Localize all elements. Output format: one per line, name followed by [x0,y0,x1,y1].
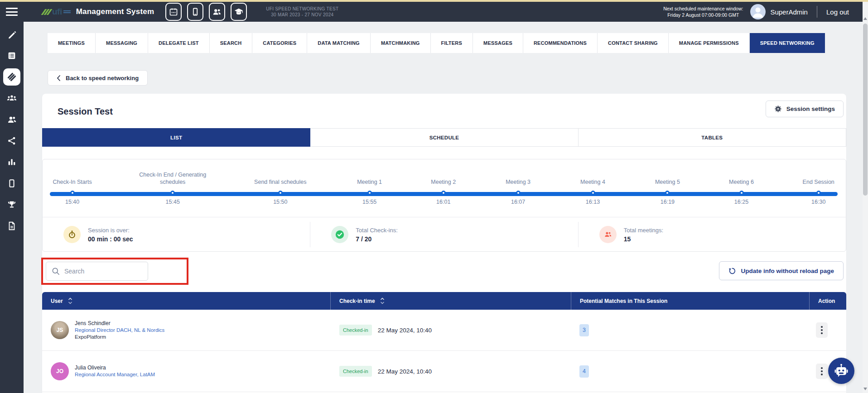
page-scrollbar[interactable] [863,2,868,393]
user-name: Julia Oliveira [75,364,155,371]
tab-delegate-list[interactable]: DELEGATE LIST [148,33,210,53]
row-actions-menu-icon[interactable] [816,322,828,338]
scroll-down-icon[interactable] [863,388,867,390]
logout-button[interactable]: Log out [826,8,849,16]
sidebar-item-delegates[interactable] [3,111,20,128]
username[interactable]: SuperAdmin [770,8,808,16]
sidebar [0,22,24,393]
education-icon[interactable] [231,3,247,21]
maintenance-notice: Next scheduled maintenance window: Frida… [663,5,743,18]
row-actions-menu-icon[interactable] [816,364,828,379]
avatar[interactable]: JO [51,362,69,380]
tab-recommendations[interactable]: RECOMMENDATIONS [523,33,598,53]
session-card: Session Test Session settings LIST SCHED… [42,94,846,393]
sidebar-item-forms[interactable] [3,47,20,64]
milestone-dot [441,191,446,195]
sidebar-item-compose[interactable] [3,26,20,43]
session-stats: Session is over: 00 min : 00 sec Total C… [43,217,846,252]
session-timeline-panel: Check-In Starts15:40 Check-In End / Gene… [42,159,846,252]
milestone-dot [739,191,744,195]
avatar[interactable]: JS [51,321,69,339]
milestone-dot [816,191,821,195]
user-role-link[interactable]: Regional Director DACH, NL & Nordics [75,327,164,334]
sidebar-item-documents[interactable] [3,217,20,235]
milestone-dot [278,191,283,195]
tab-messaging[interactable]: MESSAGING [96,33,148,53]
sidebar-item-analytics[interactable] [3,153,20,171]
column-checkin-time[interactable]: Check-in time [331,292,571,310]
sort-icon[interactable] [68,297,72,305]
checkin-time: 22 May 2024, 10:40 [378,327,432,334]
top-accent-strip [0,0,868,2]
stat-session-timer: Session is over: 00 min : 00 sec [43,222,310,247]
tab-categories[interactable]: CATEGORIES [252,33,307,53]
milestone-meeting-1: Meeting 115:55 [329,166,410,205]
tab-filters[interactable]: FILTERS [431,33,473,53]
hamburger-menu-icon[interactable] [6,8,18,16]
user-name: Jens Schindler [75,320,164,327]
search-input[interactable] [46,262,148,281]
mobile-app-icon[interactable] [187,3,203,21]
tab-messages[interactable]: MESSAGES [473,33,523,53]
logo-text: ufi [52,7,62,17]
attendees-icon[interactable] [209,3,225,21]
session-settings-button[interactable]: Session settings [766,101,844,117]
sidebar-item-share[interactable] [3,132,20,149]
tab-matchmaking[interactable]: MATCHMAKING [371,33,431,53]
view-tab-list[interactable]: LIST [42,128,310,147]
milestone-end-session: End Session16:30 [778,166,859,205]
sidebar-item-gamification[interactable] [3,196,20,213]
refresh-icon [728,267,736,275]
chatbot-button[interactable] [828,358,854,384]
tab-contact-sharing[interactable]: CONTACT SHARING [598,33,669,53]
milestone-dot [170,191,175,195]
sort-icon[interactable] [380,297,385,305]
tab-manage-permissions[interactable]: MANAGE PERMISSIONS [669,33,750,53]
main-content: MEETINGS MESSAGING DELEGATE LIST SEARCH … [24,22,863,393]
user-avatar[interactable] [750,4,766,19]
sidebar-item-mobile[interactable] [3,175,20,192]
tab-search[interactable]: SEARCH [210,33,253,53]
view-tab-tables[interactable]: TABLES [579,128,846,147]
participants-table: User Check-in time Potential Matches in … [42,292,846,392]
matches-count-badge[interactable]: 4 [579,365,589,378]
status-badge: Checked-in [339,366,372,377]
scroll-up-icon[interactable] [863,17,867,20]
event-name: UFI SPEED NETWORKING TEST [266,6,338,12]
view-tab-schedule[interactable]: SCHEDULE [310,128,578,147]
tab-meetings[interactable]: MEETINGS [48,33,96,53]
scrollbar-thumb[interactable] [863,24,868,196]
milestone-meeting-5: Meeting 516:19 [627,166,708,205]
user-role-link[interactable]: Regional Account Manager, LatAM [75,371,155,378]
tab-speed-networking[interactable]: SPEED NETWORKING [750,33,825,53]
stat-total-checkins: Total Check-ins: 7 / 20 [310,222,578,247]
milestone-meeting-6: Meeting 616:25 [701,166,782,205]
search-box [46,262,148,281]
update-info-button[interactable]: Update info without reload page [719,261,844,280]
chevron-left-icon [57,75,60,81]
app-title: Management System [76,7,154,16]
divider [817,6,817,18]
event-dates: 30 MAR 2023 - 27 NOV 2024 [266,12,338,18]
meetings-people-icon [599,226,617,243]
tab-data-matching[interactable]: DATA MATCHING [307,33,371,53]
sidebar-item-speed-networking[interactable] [3,68,20,86]
column-user[interactable]: User [42,292,331,310]
milestone-meeting-2: Meeting 216:01 [403,166,484,205]
user-company: ExpoPlatform [75,334,164,340]
milestone-dot [591,191,595,195]
matches-count-badge[interactable]: 3 [579,324,589,336]
logo-mark-icon [41,9,52,15]
robot-icon [834,363,849,379]
table-row: JO Julia Oliveira Regional Account Manag… [42,351,846,392]
table-row: JS Jens Schindler Regional Director DACH… [42,310,846,351]
stopwatch-icon [63,226,81,243]
ufi-logo: ufi [43,7,71,17]
sidebar-item-groups[interactable] [3,90,20,107]
milestone-checkin-starts: Check-In Starts15:40 [32,166,113,205]
milestone-meeting-3: Meeting 316:07 [478,166,559,205]
back-button[interactable]: Back to speed networking [48,70,148,86]
calendar-icon[interactable] [165,3,182,21]
event-info: UFI SPEED NETWORKING TEST 30 MAR 2023 - … [266,6,338,18]
table-header: User Check-in time Potential Matches in … [42,292,846,310]
